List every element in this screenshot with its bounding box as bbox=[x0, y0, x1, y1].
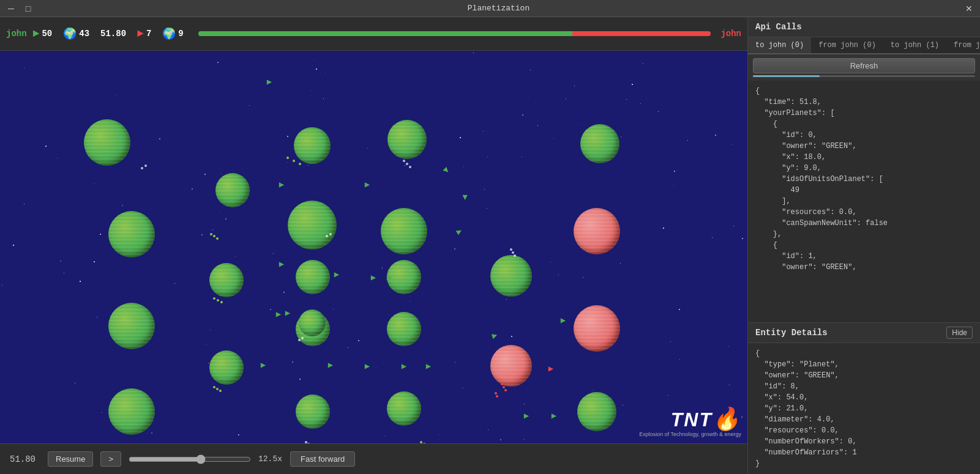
star bbox=[537, 125, 538, 126]
fast-forward-button[interactable]: Fast forward bbox=[290, 451, 355, 467]
star bbox=[524, 439, 525, 440]
star bbox=[715, 135, 716, 136]
entity-hide-button[interactable]: Hide bbox=[946, 327, 973, 339]
star bbox=[311, 91, 312, 91]
minimize-button[interactable]: ─ bbox=[5, 2, 17, 15]
star bbox=[75, 383, 75, 383]
star bbox=[732, 144, 733, 145]
planet-6[interactable] bbox=[288, 201, 337, 250]
star bbox=[742, 238, 743, 239]
tnt-flame-icon: 🔥 bbox=[713, 406, 741, 431]
dot-13 bbox=[141, 167, 143, 169]
star bbox=[270, 309, 271, 310]
dot-2 bbox=[299, 163, 301, 165]
tnt-logo-area: TNT🔥 Explosion of Technology, growth & e… bbox=[639, 408, 741, 437]
health-bar-green bbox=[198, 31, 573, 36]
tnt-logo: TNT🔥 bbox=[639, 408, 741, 430]
speed-slider[interactable] bbox=[129, 454, 251, 464]
close-button[interactable]: ✕ bbox=[963, 2, 975, 15]
dot-28 bbox=[298, 339, 301, 341]
maximize-button[interactable]: □ bbox=[22, 2, 34, 15]
star bbox=[348, 347, 348, 348]
star bbox=[487, 157, 488, 157]
planet-11[interactable] bbox=[387, 260, 421, 294]
star bbox=[273, 253, 274, 254]
planet-7[interactable] bbox=[381, 208, 427, 254]
tab-to-john-1[interactable]: to john (1) bbox=[883, 37, 946, 54]
dot-11 bbox=[409, 166, 411, 168]
tab-from-john-0[interactable]: from john (0) bbox=[811, 37, 883, 54]
star bbox=[308, 165, 309, 166]
tnt-text: TNT bbox=[671, 409, 713, 431]
dot-12 bbox=[144, 165, 147, 167]
star bbox=[94, 183, 95, 184]
planet-12[interactable] bbox=[490, 255, 532, 297]
dot-24 bbox=[504, 389, 507, 391]
star bbox=[460, 137, 461, 138]
step-button[interactable]: > bbox=[100, 451, 121, 467]
unit-1: ▶ bbox=[441, 165, 452, 176]
refresh-button[interactable]: Refresh bbox=[753, 58, 975, 73]
planet-13[interactable] bbox=[108, 303, 155, 349]
star bbox=[673, 185, 674, 186]
planet-10[interactable] bbox=[296, 260, 330, 294]
star bbox=[536, 103, 536, 103]
player1-ships-group: ► 50 bbox=[33, 28, 58, 40]
game-canvas[interactable]: TNT🔥 Explosion of Technology, growth & e… bbox=[0, 51, 747, 443]
unit-6: ▶ bbox=[371, 272, 376, 283]
star bbox=[80, 281, 81, 282]
star bbox=[323, 98, 324, 99]
planet-8[interactable] bbox=[574, 208, 620, 254]
planet-5[interactable] bbox=[215, 173, 250, 207]
dot-7 bbox=[216, 388, 219, 390]
star bbox=[522, 114, 523, 116]
planet-22[interactable] bbox=[577, 392, 616, 431]
planet-9[interactable] bbox=[209, 263, 244, 297]
main-content: john ► 50 🌍 43 51.80 ► 7 🌍 9 john bbox=[0, 17, 980, 474]
planet-14[interactable] bbox=[209, 350, 244, 385]
tab-to-john-0[interactable]: to john (0) bbox=[748, 37, 811, 54]
dot-16 bbox=[210, 233, 212, 235]
right-panel: Api Calls to john (0) from john (0) to j… bbox=[747, 17, 980, 474]
planet-3[interactable] bbox=[580, 124, 619, 163]
planet-21[interactable] bbox=[387, 391, 421, 426]
planet-18[interactable] bbox=[490, 345, 532, 387]
planet-0[interactable] bbox=[84, 119, 130, 166]
planet-1[interactable] bbox=[294, 127, 331, 164]
star bbox=[57, 158, 58, 158]
star bbox=[225, 218, 226, 220]
star bbox=[13, 245, 14, 246]
star bbox=[483, 131, 484, 131]
player2-score: 9 bbox=[178, 29, 183, 39]
unit-2: ▶ bbox=[460, 195, 471, 200]
unit-9: ▶ bbox=[261, 360, 266, 370]
green-ship-icon: ► bbox=[33, 28, 40, 40]
bottom-bar: 51.80 Resume > 12.5x Fast forward bbox=[0, 443, 747, 474]
planet-2[interactable] bbox=[387, 120, 427, 159]
planet-4[interactable] bbox=[108, 211, 155, 257]
star bbox=[325, 73, 326, 73]
star bbox=[632, 84, 633, 85]
planet-19[interactable] bbox=[108, 388, 155, 435]
star bbox=[440, 434, 440, 435]
planet-23[interactable] bbox=[299, 309, 326, 336]
planet-16[interactable] bbox=[387, 312, 421, 346]
tab-from-joh[interactable]: from joh... bbox=[946, 37, 980, 54]
resume-button[interactable]: Resume bbox=[48, 451, 93, 467]
entity-content[interactable]: { "type": "Planet", "owner": "GREEN", "i… bbox=[748, 343, 980, 474]
star bbox=[679, 309, 680, 310]
api-content[interactable]: { "time": 51.8, "yourPlanets": [ { "id":… bbox=[748, 81, 980, 322]
entity-details-section: Entity Details Hide { "type": "Planet", … bbox=[748, 322, 980, 474]
unit-18: ▶ bbox=[276, 309, 281, 319]
star bbox=[238, 434, 239, 435]
star bbox=[583, 277, 583, 278]
unit-21: ▶ bbox=[552, 410, 556, 421]
planet-17[interactable] bbox=[574, 305, 620, 352]
star bbox=[506, 299, 507, 300]
planet-20[interactable] bbox=[296, 394, 330, 429]
star bbox=[2, 285, 2, 286]
dot-8 bbox=[219, 390, 222, 392]
star bbox=[210, 330, 211, 330]
star bbox=[45, 146, 47, 147]
star bbox=[299, 379, 301, 380]
